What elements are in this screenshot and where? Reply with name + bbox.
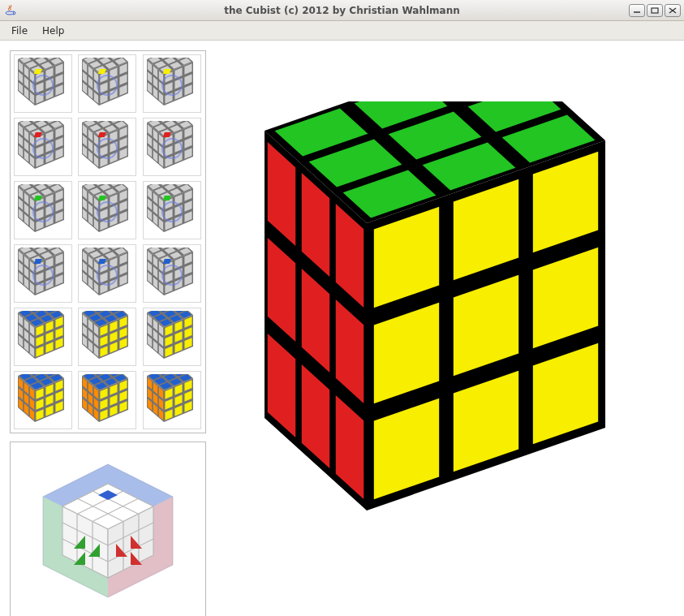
menu-bar: File Help bbox=[0, 21, 684, 41]
move-step-6[interactable] bbox=[143, 118, 201, 176]
svg-point-0 bbox=[6, 11, 14, 15]
side-panel bbox=[0, 41, 211, 616]
move-step-14[interactable] bbox=[78, 308, 136, 366]
move-step-16[interactable] bbox=[14, 371, 72, 429]
move-step-7[interactable] bbox=[14, 181, 72, 239]
java-coffee-icon bbox=[3, 3, 18, 18]
move-step-13[interactable] bbox=[14, 308, 72, 366]
window-titlebar: the Cubist (c) 2012 by Christian Wahlman… bbox=[0, 0, 684, 21]
cube-orientation-preview[interactable] bbox=[10, 442, 206, 616]
move-step-18[interactable] bbox=[143, 371, 201, 429]
minimize-button[interactable] bbox=[629, 4, 645, 17]
move-step-2[interactable] bbox=[78, 54, 136, 113]
main-3d-cube-view[interactable] bbox=[211, 41, 684, 616]
move-step-1[interactable] bbox=[14, 54, 72, 113]
move-step-15[interactable] bbox=[143, 308, 201, 366]
move-step-10[interactable] bbox=[14, 244, 72, 303]
close-button[interactable] bbox=[665, 4, 681, 17]
move-step-8[interactable] bbox=[78, 181, 136, 239]
move-step-11[interactable] bbox=[78, 244, 136, 303]
content-area bbox=[0, 41, 684, 616]
move-step-12[interactable] bbox=[143, 244, 201, 303]
move-step-17[interactable] bbox=[78, 371, 136, 429]
maximize-button[interactable] bbox=[647, 4, 663, 17]
algorithm-thumbnail-grid bbox=[10, 50, 206, 433]
menu-file[interactable]: File bbox=[5, 23, 34, 39]
move-step-3[interactable] bbox=[143, 54, 201, 113]
menu-help[interactable]: Help bbox=[36, 23, 71, 39]
move-step-9[interactable] bbox=[143, 181, 201, 239]
svg-rect-2 bbox=[652, 8, 658, 13]
move-step-5[interactable] bbox=[78, 118, 136, 176]
move-step-4[interactable] bbox=[14, 118, 72, 176]
window-title: the Cubist (c) 2012 by Christian Wahlman… bbox=[0, 5, 684, 16]
